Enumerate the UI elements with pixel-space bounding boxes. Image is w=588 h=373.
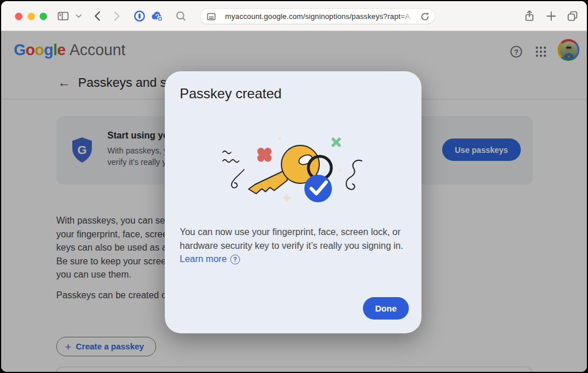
browser-toolbar: myaccount.google.com/signinoptions/passk… — [1, 1, 587, 31]
url-fade — [399, 10, 414, 22]
dialog-body-line2: hardware security key to verify it’s rea… — [180, 239, 403, 253]
passkey-illustration — [218, 134, 368, 210]
close-window-button[interactable] — [15, 13, 22, 20]
password-manager-extension-icon[interactable] — [133, 9, 146, 23]
share-icon[interactable] — [523, 9, 536, 23]
new-tab-icon[interactable] — [544, 9, 558, 23]
reload-icon[interactable] — [420, 11, 430, 24]
passkey-created-dialog: Passkey created — [165, 71, 421, 333]
browser-window: myaccount.google.com/signinoptions/passk… — [1, 1, 587, 372]
cloud-add-extension-icon[interactable] — [150, 9, 164, 23]
web-content: GoogleAccount ? — [1, 31, 587, 372]
sidebar-toggle-icon[interactable] — [56, 9, 70, 23]
forward-icon[interactable] — [110, 9, 123, 23]
back-icon[interactable] — [91, 9, 105, 23]
address-bar[interactable]: myaccount.google.com/signinoptions/passk… — [200, 8, 435, 24]
dialog-title: Passkey created — [180, 86, 281, 102]
learn-more-link[interactable]: Learn more ? — [180, 254, 240, 264]
minimize-window-button[interactable] — [28, 13, 35, 20]
done-button[interactable]: Done — [363, 297, 409, 320]
help-circle-icon: ? — [230, 255, 240, 264]
zoom-window-button[interactable] — [40, 13, 47, 20]
url-text: myaccount.google.com/signinoptions/passk… — [225, 12, 410, 21]
tab-overview-icon[interactable] — [566, 9, 579, 23]
dialog-body-line1: You can now use your fingerprint, face, … — [180, 225, 401, 239]
chevron-down-icon[interactable] — [74, 9, 84, 23]
search-icon[interactable] — [174, 9, 188, 23]
page-settings-icon[interactable] — [206, 11, 216, 24]
